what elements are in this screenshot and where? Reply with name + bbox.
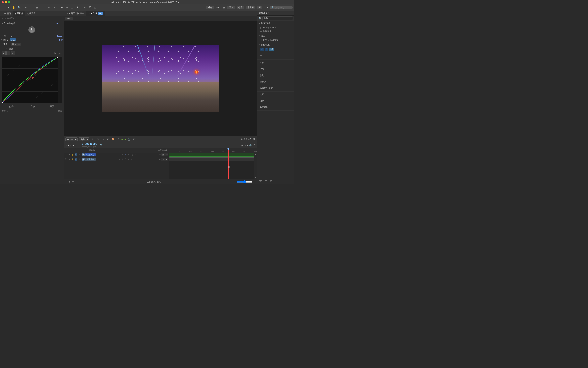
remove-angle-chevron[interactable]: ▶ [2,23,3,24]
undo-tool[interactable]: ↺ [24,5,28,10]
content-fill-item[interactable]: 内容识别填充 [257,85,294,92]
curve-square-tool[interactable]: ■ [2,51,6,55]
preview-reset[interactable]: ↺ [116,137,120,141]
small-screen-button[interactable]: 小屏幕 [246,6,255,9]
layer2-visibility[interactable]: 👁 [64,158,67,161]
color-correction-header[interactable]: ▶ 颜色校正 [257,42,294,47]
timeline-timecode[interactable]: 0:00:00:00 [82,142,97,146]
brush-item[interactable]: 画笔 [257,98,294,104]
angle-knob[interactable] [28,26,35,33]
layer1-ctrl-5[interactable]: ◷ [131,154,134,156]
layer1-lock[interactable]: 🔒 [71,154,74,156]
extra-tool-3[interactable]: ⊡ [93,5,97,10]
grid-tool[interactable]: ⊞ [35,5,39,10]
tl-right-arrow-1[interactable]: ▲ [255,154,257,155]
reset-link[interactable]: 重置 [58,38,63,41]
curves-preset-item[interactable]: ▶ 曲线抠像 [257,29,294,34]
bezier-item[interactable]: ⊡ 贝塞尔曲线变形 [257,38,294,42]
tl-btn-3[interactable]: ⊛ [72,181,74,183]
extra-tool-2[interactable]: ⌘ [88,5,92,10]
preview-safe[interactable]: □ [101,137,105,141]
color-active[interactable]: 曲线 [269,48,274,51]
brush-tool[interactable]: ✒ [60,5,64,10]
extra-tool-1[interactable]: ⌖ [82,5,87,10]
close-button[interactable] [2,1,4,3]
library-item[interactable]: 库 [257,53,294,60]
home-icon[interactable]: ⌂ [1,5,6,10]
curve-corner-tool[interactable]: ◇ [11,51,15,55]
preview-color[interactable]: 🎨 [111,137,115,141]
layer1-solo[interactable]: ◉ [68,154,71,156]
motion-sketch-item[interactable]: 动态草图 [257,104,294,111]
tl-right-arrow-2[interactable]: ▼ [255,177,257,178]
tracker-item[interactable]: 跟踪器 [257,79,294,85]
tl-add-keyframe[interactable]: ◇ [244,144,246,147]
curve-canvas[interactable] [2,57,58,103]
channel-select[interactable]: 绿色 红色 蓝色 RGB [10,43,20,46]
layer1-ctrl-2[interactable]: / [121,154,124,156]
tl-add-marker[interactable]: ≈ [241,144,243,147]
tl-btn-2[interactable]: ◉ [69,181,71,183]
layer2-ctrl-1[interactable]: ≈ [118,158,121,161]
characters-item[interactable]: 字符 [257,66,294,72]
layer1-parent-select[interactable]: 无 [161,153,168,156]
camera-icon[interactable]: 📷 [127,137,131,141]
tab-comp-close[interactable]: × [88,12,90,15]
align-item[interactable]: 对齐 [257,60,294,66]
timeline-tracks[interactable] [169,153,257,179]
timeline-menu[interactable]: ≡ [75,144,77,146]
tab-effects[interactable]: 效果控件 [13,11,25,16]
layer2-solo[interactable]: ◉ [68,158,71,161]
clone-tool[interactable]: ⊕ [65,5,69,10]
select-tool[interactable]: ▶ [6,5,11,10]
animation-presets-header[interactable]: ▼ 动画预设 [257,21,294,26]
preview-grid[interactable]: ⊞ [96,137,100,141]
layer1-ctrl-6[interactable]: ⊛ [134,154,137,156]
paint-item[interactable]: 绘画 [257,92,294,98]
color-badge-row[interactable]: 色 色 曲线 [257,47,294,51]
tl-render[interactable]: ⊡ [254,144,255,147]
open-button[interactable]: 打开... [9,105,15,108]
feather-value[interactable]: 257.0 [56,35,62,37]
align-button[interactable]: 对齐 [206,6,214,9]
track2-clip[interactable] [169,157,257,161]
eraser-tool[interactable]: ◫ [70,5,74,10]
tl-btn-1[interactable]: ⏱ [65,181,67,183]
timeline-search-icon[interactable]: 🔍 [100,144,103,146]
layer2-ctrl-3[interactable]: fx [124,158,127,161]
feather-chevron[interactable]: ▶ [2,35,3,37]
timeline-switch-mode[interactable]: 切换开关/模式 [75,180,232,183]
sky-tab[interactable]: sky [65,17,73,20]
curve-smooth-tool[interactable]: ◻ [6,51,10,55]
tl-link[interactable]: 🔗 [249,144,252,147]
tl-nav-end[interactable]: ⇥ [254,180,255,183]
remove-angle-value[interactable]: 1x+0.0° [54,22,62,25]
layer1-ctrl-1[interactable]: ≈ [118,154,121,156]
zoom-tool[interactable]: 🔍 [17,5,21,10]
zoom-select[interactable]: 66.7% 100% 50% [65,137,78,141]
comp-tab-menu[interactable]: ≡ [106,12,107,15]
distortion-header[interactable]: ▶ 扭曲 [257,34,294,38]
preview-extra[interactable]: ◫ [132,137,136,141]
curve-pen-draw[interactable]: ✏ [58,51,62,55]
tab-animation[interactable]: 动漫天空 [25,11,37,16]
minimize-button[interactable] [5,1,7,3]
standard-button[interactable]: 标准 [237,6,244,9]
track1-clip[interactable] [169,153,257,157]
expand-icon[interactable]: ⊞ [221,5,226,10]
maximize-button[interactable] [8,1,10,3]
effects-search-input[interactable] [263,16,293,20]
layer2-ctrl-2[interactable]: / [121,158,124,161]
tab-layers[interactable]: × ■ 图层 现实素材 [64,11,87,16]
layer2-lock[interactable]: 🔒 [71,158,74,161]
curve-icon[interactable]: 〜 [215,5,220,10]
layer1-fx[interactable]: fx [124,154,127,156]
left-panel-menu[interactable]: ≡ [61,12,63,15]
layer1-name[interactable]: 动漫天空 [85,153,96,156]
library-button[interactable]: 库 [257,6,263,9]
search-input[interactable] [275,6,291,9]
puppet-tool[interactable]: ✱ [75,5,79,10]
layer2-parent-select[interactable]: 无 [161,158,168,161]
curve-editor[interactable] [2,57,62,103]
text-tool[interactable]: T [52,5,57,10]
